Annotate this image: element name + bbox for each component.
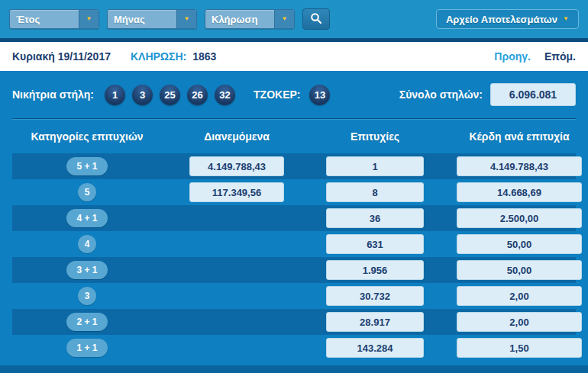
year-dropdown[interactable]: Έτος ▼ xyxy=(9,9,99,29)
distributed-amount: 4.149.788,43 xyxy=(189,156,284,176)
payout-per-winner: 4.149.788,43 xyxy=(457,156,582,176)
month-dropdown-label: Μήνας xyxy=(108,10,176,28)
winners-count: 631 xyxy=(326,234,424,254)
table-row: 3 + 11.95650,00 xyxy=(0,257,588,283)
toolbar: Έτος ▼ Μήνας ▼ Κλήρωση ▼ Αρχείο Αποτελεσ… xyxy=(0,0,588,38)
draw-dropdown[interactable]: Κλήρωση ▼ xyxy=(205,9,295,29)
table-row: 330.7322,00 xyxy=(0,283,588,309)
table-body: 5 + 14.149.788,4314.149.788,435117.349,5… xyxy=(0,153,588,365)
winning-number-balls: 13252632 xyxy=(105,85,235,105)
winning-number-ball: 3 xyxy=(132,85,153,105)
chevron-down-icon: ▼ xyxy=(184,16,190,22)
draw-number-value: 1863 xyxy=(192,50,216,63)
footer-strip xyxy=(0,365,588,373)
month-dropdown-button[interactable]: ▼ xyxy=(176,10,196,28)
category-pill: 3 + 1 xyxy=(66,261,108,279)
table-row: 5 + 14.149.788,4314.149.788,43 xyxy=(0,153,588,179)
payout-per-winner: 50,00 xyxy=(457,260,582,280)
category-pill: 1 + 1 xyxy=(66,339,108,357)
year-dropdown-button[interactable]: ▼ xyxy=(79,10,99,28)
joker-label: ΤΖΟΚΕΡ: xyxy=(254,88,300,101)
winners-count: 1 xyxy=(326,156,424,176)
category-pill: 5 xyxy=(78,183,96,201)
payout-per-winner: 2.500,00 xyxy=(457,208,582,228)
previous-draw-link[interactable]: Προηγ. xyxy=(494,50,531,63)
next-draw-link[interactable]: Επόμ. xyxy=(544,50,576,63)
winners-count: 143.284 xyxy=(326,338,424,358)
winners-count: 36 xyxy=(326,208,424,228)
winning-column-label: Νικήτρια στήλη: xyxy=(12,88,94,101)
payout-per-winner: 50,00 xyxy=(457,234,582,254)
column-header-categories: Κατηγορίες επιτυχιών xyxy=(0,130,174,143)
year-dropdown-label: Έτος xyxy=(10,10,79,28)
table-row: 4 + 1362.500,00 xyxy=(0,205,588,231)
draw-date: Κυριακή 19/11/2017 xyxy=(12,50,111,63)
search-icon xyxy=(310,12,322,27)
results-panel: Νικήτρια στήλη: 13252632 ΤΖΟΚΕΡ: 13 Σύνο… xyxy=(0,71,588,365)
draw-dropdown-button[interactable]: ▼ xyxy=(274,10,294,28)
winning-number-ball: 32 xyxy=(215,85,235,105)
winning-number-ball: 1 xyxy=(105,85,125,105)
category-pill: 3 xyxy=(78,287,96,305)
archive-results-button[interactable]: Αρχείο Αποτελεσμάτων ▼ xyxy=(436,9,579,29)
winners-count: 28.917 xyxy=(326,312,424,332)
column-header-payout: Κέρδη ανά επιτυχία xyxy=(451,130,588,143)
total-columns-value: 6.096.081 xyxy=(490,83,576,106)
chevron-down-icon: ▼ xyxy=(86,16,92,22)
winning-number-ball: 26 xyxy=(187,85,208,105)
table-header-row: Κατηγορίες επιτυχιών Διανεμόμενα Επιτυχί… xyxy=(0,120,588,153)
draw-info-bar: Κυριακή 19/11/2017 ΚΛΗΡΩΣΗ: 1863 Προηγ. … xyxy=(0,42,588,71)
winners-count: 1.956 xyxy=(326,260,424,280)
category-pill: 5 + 1 xyxy=(66,157,108,175)
category-pill: 4 + 1 xyxy=(66,209,108,227)
winners-count: 30.732 xyxy=(326,286,424,306)
category-pill: 2 + 1 xyxy=(66,313,108,331)
table-row: 1 + 1143.2841,50 xyxy=(0,335,588,361)
draw-dropdown-label: Κλήρωση xyxy=(205,10,274,28)
payout-per-winner: 1,50 xyxy=(457,338,582,358)
chevron-down-icon: ▼ xyxy=(563,16,569,22)
payout-per-winner: 14.668,69 xyxy=(457,182,582,202)
draw-navigation: Προηγ. Επόμ. xyxy=(494,50,576,63)
table-row: 463150,00 xyxy=(0,231,588,257)
month-dropdown[interactable]: Μήνας ▼ xyxy=(107,9,197,29)
table-row: 2 + 128.9172,00 xyxy=(0,309,588,335)
joker-ball: 13 xyxy=(309,85,330,105)
search-button[interactable] xyxy=(302,8,330,30)
distributed-amount: 117.349,56 xyxy=(189,182,284,202)
winning-number-ball: 25 xyxy=(160,85,180,105)
column-header-winners: Επιτυχίες xyxy=(299,130,451,143)
draw-number-label: ΚΛΗΡΩΣΗ: xyxy=(131,50,186,63)
payout-per-winner: 2,00 xyxy=(457,312,582,332)
tzoker-results-screen: Έτος ▼ Μήνας ▼ Κλήρωση ▼ Αρχείο Αποτελεσ… xyxy=(0,0,588,373)
winning-numbers-row: Νικήτρια στήλη: 13252632 ΤΖΟΚΕΡ: 13 Σύνο… xyxy=(0,71,588,118)
chevron-down-icon: ▼ xyxy=(282,16,288,22)
column-header-distributed: Διανεμόμενα xyxy=(174,130,299,143)
total-columns-label: Σύνολο στηλών: xyxy=(399,88,483,101)
winners-count: 8 xyxy=(326,182,424,202)
table-row: 5117.349,56814.668,69 xyxy=(0,179,588,205)
archive-results-label: Αρχείο Αποτελεσμάτων xyxy=(446,14,557,25)
category-pill: 4 xyxy=(78,235,96,253)
payout-per-winner: 2,00 xyxy=(457,286,582,306)
